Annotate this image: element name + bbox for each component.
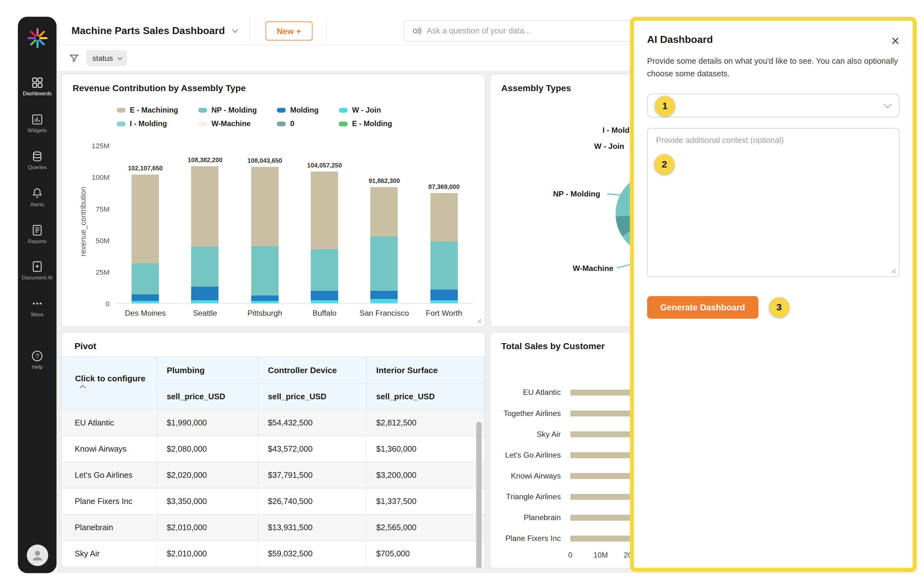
bar-segment[interactable] xyxy=(191,246,219,287)
table-row[interactable]: Knowi Airways$2,080,000$43,572,000$1,360… xyxy=(62,436,484,462)
new-button[interactable]: New + xyxy=(266,21,312,40)
legend-label: E - Machining xyxy=(130,106,178,114)
bar-segment[interactable] xyxy=(132,263,159,294)
bar-segment[interactable] xyxy=(132,174,159,264)
table-row[interactable]: Sky Air$2,010,000$59,032,500$705,000 xyxy=(62,541,484,567)
pivot-configure-header[interactable]: Click to configure xyxy=(62,357,157,410)
help-icon: ? xyxy=(31,350,43,363)
bar-segment[interactable] xyxy=(311,300,338,303)
bar-segment[interactable] xyxy=(430,241,458,289)
legend-item[interactable]: NP - Molding xyxy=(198,106,257,114)
legend-label: NP - Molding xyxy=(211,106,257,114)
bar-segment[interactable] xyxy=(191,166,219,246)
dataset-select[interactable]: 1 xyxy=(647,93,899,118)
pivot-column-header[interactable]: Interior Surface xyxy=(366,357,484,384)
close-icon[interactable]: × xyxy=(891,34,899,48)
bar-segment[interactable] xyxy=(191,287,219,300)
pivot-subheader[interactable]: sell_price_USD xyxy=(258,384,366,410)
legend-item[interactable]: Molding xyxy=(277,106,318,114)
bar-segment[interactable] xyxy=(430,193,458,242)
panel-title: Pivot xyxy=(62,333,484,356)
bar-value-label: 108,382,200 xyxy=(188,156,223,163)
sidebar-item-help[interactable]: ? Help xyxy=(18,350,57,371)
bar-segment[interactable] xyxy=(251,296,279,301)
user-avatar[interactable] xyxy=(26,545,48,566)
sidebar-item-alerts[interactable]: Alerts xyxy=(18,187,57,208)
pivot-cell: $2,565,000 xyxy=(366,515,484,541)
bar-segment[interactable] xyxy=(430,300,458,303)
pivot-subheader[interactable]: sell_price_USD xyxy=(366,384,484,410)
bar-segment[interactable] xyxy=(311,249,338,290)
pivot-column-header[interactable]: Controller Device xyxy=(258,357,366,384)
bar-column[interactable]: 108,382,200 xyxy=(175,156,235,303)
sidebar-item-queries[interactable]: Queries xyxy=(18,150,57,171)
sidebar-item-dashboards[interactable]: Dashboards xyxy=(18,76,57,97)
bar-segment[interactable] xyxy=(430,289,458,300)
bar-segment[interactable] xyxy=(371,291,398,299)
pivot-subheader[interactable]: sell_price_USD xyxy=(157,384,258,410)
bar-segment[interactable] xyxy=(371,187,398,237)
bar-column[interactable]: 102,107,650 xyxy=(116,164,175,303)
sidebar-item-widgets[interactable]: Widgets xyxy=(18,113,57,134)
bar-column[interactable]: 108,043,650 xyxy=(235,157,295,303)
table-row[interactable]: Let's Go Airlines$2,020,000$37,791,500$3… xyxy=(62,462,484,488)
reports-document-icon xyxy=(31,223,43,236)
legend-item[interactable]: I - Molding xyxy=(117,120,178,128)
stacked-bar-chart: revenue_contribution 025M50M75M100M125M … xyxy=(73,146,474,304)
knowi-logo-icon[interactable] xyxy=(25,26,49,50)
legend-item[interactable]: E - Machining xyxy=(117,106,178,114)
bar-segment[interactable] xyxy=(311,290,338,300)
pivot-row-label: EU Atlantic xyxy=(62,410,157,436)
bar-column[interactable]: 104,057,250 xyxy=(295,162,354,303)
x-axis-category: Fort Worth xyxy=(414,309,474,318)
sidebar-item-more[interactable]: More xyxy=(18,297,57,318)
category-label: EU Atlantic xyxy=(502,388,561,397)
category-label: Sky Air xyxy=(502,430,561,439)
sidebar-item-reports[interactable]: Reports xyxy=(18,223,57,245)
dashboard-title-menu[interactable]: Machine Parts Sales Dashboard xyxy=(71,25,236,36)
bar-column[interactable]: 91,862,300 xyxy=(355,177,414,303)
legend-swatch-icon xyxy=(117,108,125,113)
category-label: Planebrain xyxy=(502,513,561,521)
bar-segment[interactable] xyxy=(371,236,398,290)
pivot-configure-label: Click to configure xyxy=(75,373,145,383)
legend-item[interactable]: 0 xyxy=(277,120,318,128)
bar-segment[interactable] xyxy=(132,301,159,303)
funnel-filter-icon[interactable] xyxy=(69,53,79,63)
bar-value-label: 102,107,650 xyxy=(128,164,163,172)
pivot-panel: Pivot Click to configurePlumbingControll… xyxy=(61,332,485,568)
bar-column[interactable]: 87,369,000 xyxy=(414,183,474,303)
chevron-down-icon xyxy=(884,100,891,108)
page-title: Machine Parts Sales Dashboard xyxy=(71,25,225,36)
sidebar-item-document-ai[interactable]: Document AI xyxy=(18,260,57,281)
legend-label: 0 xyxy=(290,120,294,128)
x-axis-category: Pittsburgh xyxy=(235,309,295,318)
legend-item[interactable]: W-Machine xyxy=(198,120,257,128)
context-textarea[interactable] xyxy=(647,128,899,277)
bar-segment[interactable] xyxy=(251,301,279,303)
pivot-column-header[interactable]: Plumbing xyxy=(157,357,258,384)
ai-panel-title: AI Dashboard xyxy=(647,34,713,46)
status-filter-pill[interactable]: status xyxy=(86,50,127,66)
legend-item[interactable]: W - Join xyxy=(339,106,392,114)
resize-handle-icon[interactable] xyxy=(475,317,482,324)
bar-segment[interactable] xyxy=(191,300,219,303)
scrollbar-thumb[interactable] xyxy=(476,422,482,568)
chevron-down-icon xyxy=(232,27,238,33)
vertical-scrollbar[interactable] xyxy=(476,422,482,564)
generate-dashboard-button[interactable]: Generate Dashboard xyxy=(647,296,758,319)
bar-segment[interactable] xyxy=(251,246,279,296)
table-row[interactable]: Plane Fixers Inc$3,350,000$26,740,500$1,… xyxy=(62,488,484,515)
bar-segment[interactable] xyxy=(251,167,279,246)
legend-label: I - Molding xyxy=(130,120,167,128)
bar-segment[interactable] xyxy=(371,299,398,303)
y-axis-tick: 125M xyxy=(92,142,110,150)
pivot-cell: $3,200,000 xyxy=(366,462,484,488)
legend-swatch-icon xyxy=(198,108,207,113)
table-row[interactable]: EU Atlantic$1,990,000$54,432,500$2,812,5… xyxy=(62,410,484,436)
pie-label-np-molding: NP - Molding xyxy=(553,190,601,199)
legend-item[interactable]: E - Molding xyxy=(339,120,392,128)
table-row[interactable]: Planebrain$2,010,000$13,931,500$2,565,00… xyxy=(62,515,484,541)
bar-segment[interactable] xyxy=(132,294,159,301)
bar-segment[interactable] xyxy=(311,172,338,249)
